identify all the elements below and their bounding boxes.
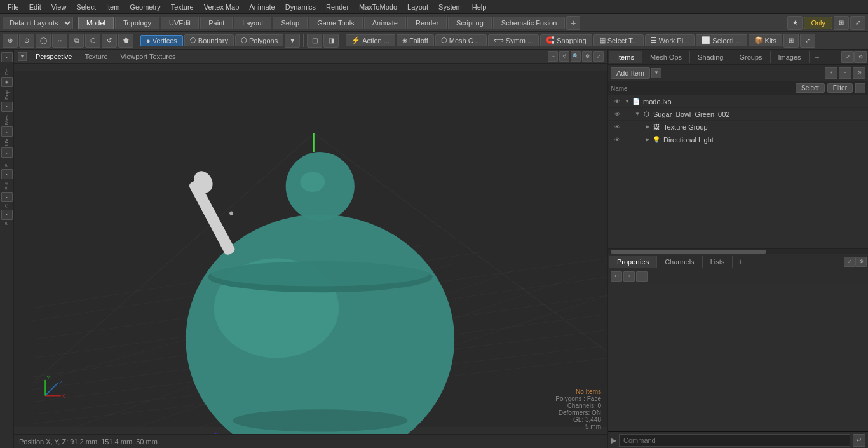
sidebar-tool-4[interactable]: ▪ (1, 126, 13, 137)
expand-dirlight[interactable]: ▶ (644, 136, 651, 144)
move-tool-icon[interactable]: ⊕ (3, 34, 18, 48)
tab-schematic[interactable]: Schematic Fusion (493, 17, 565, 29)
bpanel-add-tab[interactable]: + (733, 255, 748, 269)
tab-layout[interactable]: Layout (234, 17, 271, 29)
fullscreen-icon[interactable]: ⤢ (800, 34, 815, 48)
tab-scripting[interactable]: Scripting (448, 17, 492, 29)
menu-item[interactable]: Item (101, 2, 125, 12)
menu-view[interactable]: View (46, 2, 72, 12)
kits-button[interactable]: 📦 Kits (749, 34, 782, 46)
bpanel-tab-properties[interactable]: Properties (609, 256, 657, 268)
menu-dynamics[interactable]: Dynamics (280, 2, 321, 12)
eye-icon-texturegroup[interactable]: 👁 (612, 122, 622, 132)
bpanel-settings-icon[interactable]: ⚙ (855, 257, 867, 267)
menu-texture[interactable]: Texture (166, 2, 199, 12)
items-select-button[interactable]: Select (796, 83, 825, 93)
world-icon[interactable]: ⊙ (19, 34, 34, 48)
menu-file[interactable]: File (3, 2, 24, 12)
duplicate-icon[interactable]: ⧉ (69, 34, 84, 48)
viewport-tab-vptextures[interactable]: Viewport Textures (117, 51, 180, 62)
viewport-tab-texture[interactable]: Texture (81, 51, 111, 62)
rpanel-tab-images[interactable]: Images (771, 51, 810, 63)
add-item-button[interactable]: Add Item (611, 67, 650, 79)
viewport-menu-icon[interactable]: ▼ (18, 52, 27, 61)
loop-icon[interactable]: ↺ (102, 34, 117, 48)
eye-icon-modo[interactable]: 👁 (612, 97, 622, 107)
menu-select[interactable]: Select (71, 2, 101, 12)
viewport-settings-icon[interactable]: ⚙ (582, 51, 592, 62)
viewport-rotate-icon[interactable]: ↺ (559, 51, 569, 62)
render-preview-icon[interactable]: ◫ (307, 34, 322, 48)
eye-icon-dirlight[interactable]: 👁 (612, 135, 622, 145)
menu-edit[interactable]: Edit (24, 2, 46, 12)
tab-animate[interactable]: Animate (364, 17, 406, 29)
rpanel-tab-meshops[interactable]: Mesh Ops (642, 51, 690, 63)
vertices-button[interactable]: ● Vertices (140, 35, 183, 46)
mesh-icon[interactable]: ⬡ (85, 34, 100, 48)
tree-item-modo-lxo[interactable]: 👁 ▼ 📄 modo.lxo (608, 95, 868, 108)
viewport-sync-icon[interactable]: ↔ (548, 51, 558, 62)
selecti-button[interactable]: ⬜ Selecti ... (696, 34, 747, 46)
expand-texturegroup[interactable]: ▶ (644, 123, 651, 131)
bpanel-tab-lists[interactable]: Lists (703, 256, 733, 268)
tab-paint[interactable]: Paint (200, 17, 233, 29)
add-layout-tab-button[interactable]: + (566, 16, 580, 30)
tab-uvedit[interactable]: UVEdit (161, 17, 199, 29)
tree-item-dirlight[interactable]: 👁 ▶ 💡 Directional Light (608, 133, 868, 146)
grid-icon[interactable]: ⊞ (834, 16, 849, 30)
items-remove-icon[interactable]: − (839, 67, 851, 79)
viewport-canvas[interactable]: Z X Y No Items Polygons : Face Channels:… (14, 64, 607, 434)
rpanel-tab-groups[interactable]: Groups (731, 51, 770, 63)
sidebar-tool-1[interactable]: ▪ (1, 52, 13, 62)
bpanel-expand-icon[interactable]: ⤢ (844, 257, 855, 267)
expand-icon[interactable]: ⤢ (850, 16, 865, 30)
prop-icon3[interactable]: − (636, 271, 648, 282)
items-filter-button[interactable]: Filter (827, 83, 853, 93)
transform-icon[interactable]: ↔ (52, 34, 67, 48)
sidebar-tool-5[interactable]: ▪ (1, 147, 13, 158)
boundary-button[interactable]: ⬠ Boundary (184, 34, 234, 46)
shield-icon[interactable]: ⬟ (118, 34, 133, 48)
tab-topology[interactable]: Topology (115, 17, 159, 29)
tab-model[interactable]: Model (78, 17, 114, 29)
rpanel-settings-icon[interactable]: ⤢ (841, 51, 854, 63)
select-t-button[interactable]: ▦ Select T... (593, 34, 644, 46)
star-icon[interactable]: ★ (787, 16, 803, 30)
prop-icon2[interactable]: + (623, 271, 635, 282)
rpanel-tab-items[interactable]: Items (609, 51, 642, 63)
tab-setup[interactable]: Setup (273, 17, 308, 29)
sidebar-tool-7[interactable]: ▪ (1, 192, 13, 202)
sidebar-tool-6[interactable]: ▪ (1, 169, 13, 179)
tab-render[interactable]: Render (407, 17, 447, 29)
items-options-icon[interactable]: ⚙ (853, 67, 865, 79)
grid-view-icon[interactable]: ⊞ (783, 34, 799, 48)
tab-gametools[interactable]: Game Tools (309, 17, 363, 29)
menu-animate[interactable]: Animate (244, 2, 280, 12)
viewport-zoom-icon[interactable]: 🔍 (571, 51, 581, 62)
add-item-dropdown-icon[interactable]: ▼ (651, 68, 661, 78)
action-button[interactable]: ⚡ Action ... (346, 34, 395, 46)
command-enter-button[interactable]: ↵ (853, 434, 865, 447)
tree-item-texturegroup[interactable]: 👁 ▶ 🖼 Texture Group (608, 121, 868, 133)
falloff-button[interactable]: ◈ Falloff (397, 34, 434, 46)
menu-render[interactable]: Render (321, 2, 354, 12)
layout-dropdown[interactable]: Default Layouts (3, 17, 73, 29)
menu-vertex-map[interactable]: Vertex Map (199, 2, 245, 12)
rpanel-expand-icon[interactable]: ⚙ (854, 51, 867, 63)
viewport-tab-perspective[interactable]: Perspective (32, 51, 76, 62)
tree-item-sugarbowl[interactable]: 👁 ▼ ⬡ Sugar_Bowl_Green_002 (608, 108, 868, 121)
items-add-icon[interactable]: + (825, 67, 837, 79)
snapping-button[interactable]: 🧲 Snapping (540, 34, 592, 46)
mesh-c-button[interactable]: ⬡ Mesh C ... (435, 34, 487, 46)
items-scrollbar[interactable] (608, 248, 868, 254)
bpanel-tab-channels[interactable]: Channels (657, 256, 702, 268)
sidebar-tool-3[interactable]: ▪ (1, 102, 13, 112)
prop-icon1[interactable]: ↩ (611, 271, 622, 282)
symm-button[interactable]: ⟺ Symm ... (488, 34, 539, 46)
menu-system[interactable]: System (433, 2, 467, 12)
viewport-expand-icon[interactable]: ⤢ (593, 51, 604, 62)
expand-sugarbowl[interactable]: ▼ (634, 111, 641, 118)
render-icon2[interactable]: ◨ (323, 34, 339, 48)
polygons-button[interactable]: ⬡ Polygons (235, 34, 283, 46)
expand-modo[interactable]: ▼ (623, 98, 631, 105)
